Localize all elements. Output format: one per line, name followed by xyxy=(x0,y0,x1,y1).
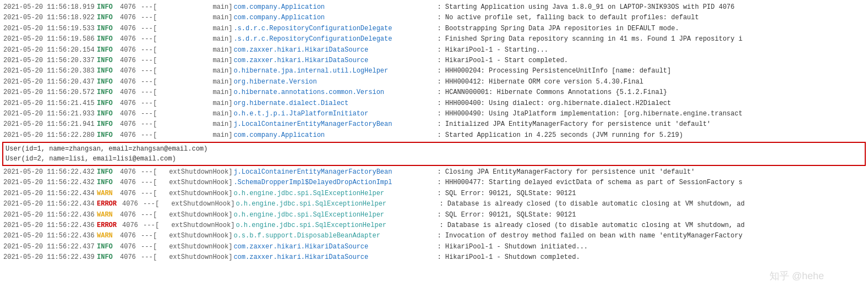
timestamp: 2021-05-20 11:56:22.436 xyxy=(3,221,97,230)
bracket-r: ] xyxy=(228,231,232,241)
dashes: --- xyxy=(141,88,153,97)
logger: com.company.Application xyxy=(233,13,437,23)
thread: main xyxy=(157,67,228,76)
log-level: INFO xyxy=(97,35,120,44)
pid: 4076 xyxy=(120,13,141,23)
pid: 4076 xyxy=(120,120,141,129)
log-line: 2021-05-20 11:56:22.434 ERROR 4076 --- [… xyxy=(0,199,868,209)
log-line: 2021-05-20 11:56:22.439 INFO 4076 --- [e… xyxy=(0,252,868,263)
timestamp: 2021-05-20 11:56:20.383 xyxy=(3,67,97,76)
logger: com.zaxxer.hikari.HikariDataSource xyxy=(233,253,437,262)
highlighted-block: User(id=1, name=zhangsan, email=zhangsan… xyxy=(2,142,866,166)
logger: o.hibernate.jpa.internal.util.LogHelper xyxy=(233,67,437,76)
thread: main xyxy=(157,99,228,108)
highlighted-line-2: User(id=2, name=lisi, email=lisi@email.c… xyxy=(6,154,862,164)
bracket-l: [ xyxy=(153,242,157,252)
bracket-r: ] xyxy=(228,168,232,177)
log-line: 2021-05-20 11:56:20.437 INFO 4076 --- [m… xyxy=(0,77,868,87)
log-message: : HikariPool-1 - Shutdown initiated... xyxy=(437,242,865,252)
log-level: INFO xyxy=(97,13,120,23)
bracket-l: [ xyxy=(155,221,159,230)
thread: main xyxy=(157,46,228,55)
log-line: 2021-05-20 11:56:18.922 INFO 4076 --- [m… xyxy=(0,13,868,23)
bracket-r: ] xyxy=(228,178,232,187)
thread: extShutdownHook xyxy=(157,253,228,262)
thread: extShutdownHook xyxy=(159,221,231,230)
logger: j.LocalContainerEntityManagerFactoryBean xyxy=(233,168,437,177)
pid: 4076 xyxy=(122,221,143,230)
log-message: : HHH000204: Processing PersistenceUnitI… xyxy=(437,67,865,76)
bracket-l: [ xyxy=(153,189,157,198)
log-message: : HHH000477: Starting delayed evictData … xyxy=(437,178,865,187)
pid: 4076 xyxy=(120,46,141,55)
thread: main xyxy=(157,77,228,87)
timestamp: 2021-05-20 11:56:22.439 xyxy=(3,253,97,262)
timestamp: 2021-05-20 11:56:18.922 xyxy=(3,13,97,23)
timestamp: 2021-05-20 11:56:22.432 xyxy=(3,168,97,177)
timestamp: 2021-05-20 11:56:22.280 xyxy=(3,131,97,140)
bracket-l: [ xyxy=(153,35,157,44)
logger: com.zaxxer.hikari.HikariDataSource xyxy=(233,46,437,55)
bracket-l: [ xyxy=(153,77,157,87)
thread: extShutdownHook xyxy=(159,200,231,209)
log-level: INFO xyxy=(97,99,120,108)
log-message: : Database is already closed (to disable… xyxy=(439,221,865,230)
thread: main xyxy=(157,35,228,44)
log-line: 2021-05-20 11:56:19.586 INFO 4076 --- [m… xyxy=(0,34,868,45)
thread: extShutdownHook xyxy=(157,178,228,187)
log-level: WARN xyxy=(97,189,120,198)
pid: 4076 xyxy=(120,211,141,220)
log-message: : Initialized JPA EntityManagerFactory f… xyxy=(437,120,865,129)
dashes: --- xyxy=(141,231,153,241)
bracket-l: [ xyxy=(153,231,157,241)
logger: org.hibernate.Version xyxy=(233,77,437,87)
bracket-r: ] xyxy=(231,221,234,230)
timestamp: 2021-05-20 11:56:19.586 xyxy=(3,35,97,44)
pid: 4076 xyxy=(120,3,141,12)
log-level: INFO xyxy=(97,3,120,12)
dashes: --- xyxy=(141,109,153,119)
dashes: --- xyxy=(141,56,153,65)
timestamp: 2021-05-20 11:56:22.436 xyxy=(3,211,97,220)
dashes: --- xyxy=(143,200,155,209)
log-level: WARN xyxy=(97,211,120,220)
bracket-r: ] xyxy=(228,253,232,262)
bracket-r: ] xyxy=(228,67,232,76)
log-message: : HikariPool-1 - Shutdown completed. xyxy=(437,253,865,262)
log-line: 2021-05-20 11:56:22.434 WARN 4076 --- [e… xyxy=(0,189,868,199)
pid: 4076 xyxy=(120,109,141,119)
timestamp: 2021-05-20 11:56:21.941 xyxy=(3,120,97,129)
bracket-r: ] xyxy=(231,200,234,209)
logger: o.hibernate.annotations.common.Version xyxy=(233,88,437,97)
logger: .s.d.r.c.RepositoryConfigurationDelegate xyxy=(233,24,437,34)
log-line: 2021-05-20 11:56:20.572 INFO 4076 --- [m… xyxy=(0,87,868,98)
dashes: --- xyxy=(141,67,153,76)
dashes: --- xyxy=(141,211,153,220)
dashes: --- xyxy=(141,120,153,129)
dashes: --- xyxy=(141,46,153,55)
log-level: INFO xyxy=(97,24,120,34)
dashes: --- xyxy=(141,13,153,23)
timestamp: 2021-05-20 11:56:20.337 xyxy=(3,56,97,65)
timestamp: 2021-05-20 11:56:20.154 xyxy=(3,46,97,55)
log-level: INFO xyxy=(97,242,120,252)
bracket-l: [ xyxy=(153,253,157,262)
timestamp: 2021-05-20 11:56:22.436 xyxy=(3,231,97,241)
thread: extShutdownHook xyxy=(157,231,228,241)
logger: o.h.engine.jdbc.spi.SqlExceptionHelper xyxy=(236,221,439,230)
log-message: : No active profile set, falling back to… xyxy=(437,13,865,23)
bracket-l: [ xyxy=(153,24,157,34)
log-message: : SQL Error: 90121, SQLState: 90121 xyxy=(437,211,865,220)
dashes: --- xyxy=(141,131,153,140)
log-message: : Finished Spring Data repository scanni… xyxy=(437,35,865,44)
bracket-r: ] xyxy=(228,211,232,220)
log-message: : Invocation of destroy method failed on… xyxy=(437,231,865,241)
pid: 4076 xyxy=(120,242,141,252)
log-line: 2021-05-20 11:56:21.415 INFO 4076 --- [m… xyxy=(0,98,868,109)
log-line: 2021-05-20 11:56:22.280 INFO 4076 --- [m… xyxy=(0,130,868,141)
bracket-r: ] xyxy=(228,56,232,65)
dashes: --- xyxy=(141,99,153,108)
log-message: : Bootstrapping Spring Data JPA reposito… xyxy=(437,24,865,34)
logger: com.zaxxer.hikari.HikariDataSource xyxy=(233,56,437,65)
log-level: ERROR xyxy=(97,221,122,230)
